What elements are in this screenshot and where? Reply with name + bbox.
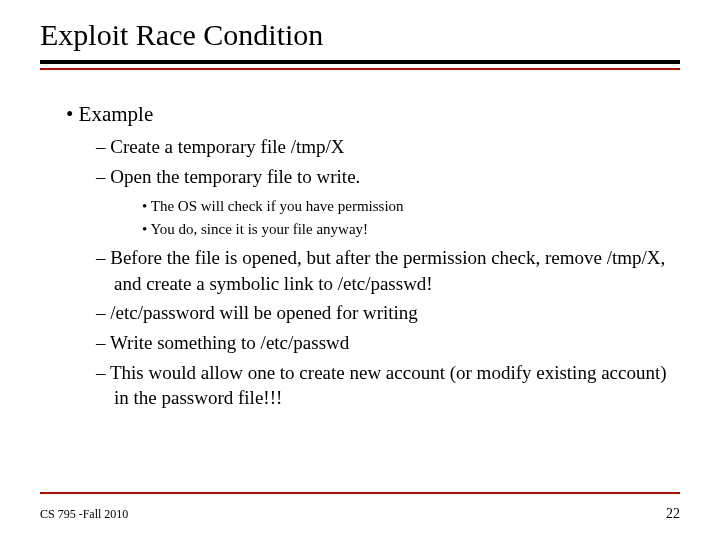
bullet-text: This would allow one to create new accou… <box>110 362 667 409</box>
bullet-text: Before the file is opened, but after the… <box>110 247 665 294</box>
slide-body: Example Create a temporary file /tmp/X O… <box>40 100 680 411</box>
bullet-text: /etc/password will be opened for writing <box>110 302 418 323</box>
bullet-text: The OS will check if you have permission <box>151 198 404 214</box>
rule-accent <box>40 68 680 70</box>
bullet-text: Open the temporary file to write. <box>110 166 360 187</box>
slide-title: Exploit Race Condition <box>40 18 680 52</box>
list-item: Create a temporary file /tmp/X <box>96 134 680 160</box>
list-item: Write something to /etc/passwd <box>96 330 680 356</box>
list-item: /etc/password will be opened for writing <box>96 300 680 326</box>
rule-thick <box>40 60 680 64</box>
bullet-text: Create a temporary file /tmp/X <box>110 136 344 157</box>
bullet-level-1: Example Create a temporary file /tmp/X O… <box>46 100 680 411</box>
bullet-level-3: The OS will check if you have permission… <box>142 196 680 240</box>
bullet-text: Example <box>79 102 154 126</box>
rule-accent-bottom <box>40 492 680 494</box>
bullet-text: Write something to /etc/passwd <box>110 332 349 353</box>
list-item: Before the file is opened, but after the… <box>96 245 680 296</box>
bullet-example: Example Create a temporary file /tmp/X O… <box>66 100 680 411</box>
list-item: This would allow one to create new accou… <box>96 360 680 411</box>
page-number: 22 <box>666 506 680 522</box>
list-item: You do, since it is your file anyway! <box>142 219 680 239</box>
bullet-level-2a: Create a temporary file /tmp/X Open the … <box>96 134 680 411</box>
list-item: The OS will check if you have permission <box>142 196 680 216</box>
list-item: Open the temporary file to write. The OS… <box>96 164 680 239</box>
bullet-text: You do, since it is your file anyway! <box>150 221 368 237</box>
footer-left: CS 795 -Fall 2010 <box>40 507 128 522</box>
slide: Exploit Race Condition Example Create a … <box>0 0 720 540</box>
